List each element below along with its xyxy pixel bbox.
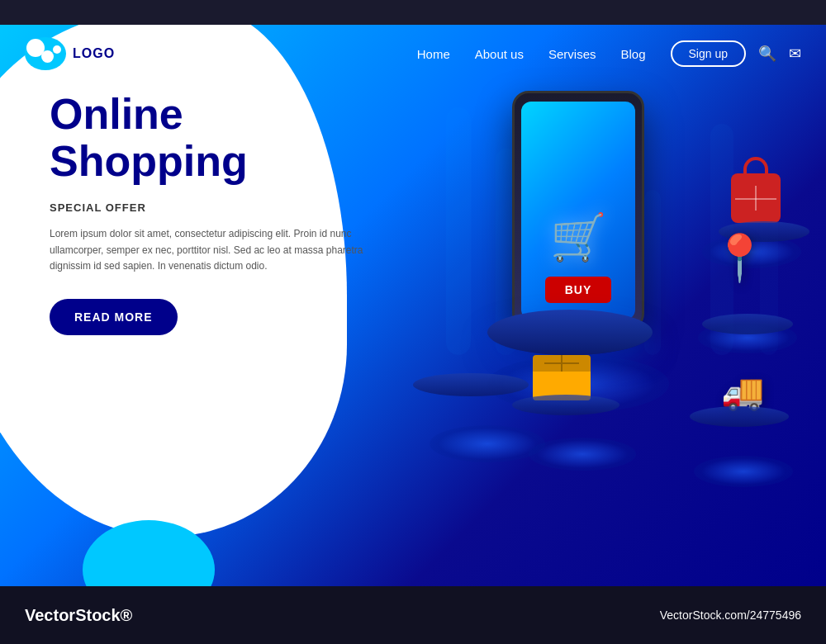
search-icon[interactable]: 🔍 <box>758 45 776 63</box>
logo-area: LOGO <box>25 37 115 70</box>
vectorstock-brand: VectorStock® <box>25 606 132 624</box>
nav-link-services[interactable]: Servises <box>548 47 596 61</box>
logo-circle-medium <box>41 50 54 63</box>
phone-platform-ellipse <box>487 310 653 355</box>
navbar: LOGO Home About us Servises Blog Sign up… <box>0 25 826 83</box>
watermark-left: VectorStock® <box>25 606 132 625</box>
bag-strap-h <box>735 198 776 200</box>
shopping-bag <box>727 157 785 223</box>
bag-body <box>731 173 781 223</box>
watermark-right: VectorStock.com/24775496 <box>660 608 801 622</box>
nav-links: Home About us Servises Blog <box>417 47 646 61</box>
hero-body-text: Lorem ipsum dolor sit amet, consectetur … <box>50 226 363 274</box>
nav-actions: Sign up 🔍 ✉ <box>671 40 801 67</box>
package-box <box>533 355 591 400</box>
phone-screen: 🛒 BUY <box>521 102 635 320</box>
buy-button-screen: BUY <box>545 277 612 303</box>
cart-icon: 🛒 <box>550 211 607 264</box>
disc-card <box>430 425 545 462</box>
signup-button[interactable]: Sign up <box>671 40 746 67</box>
box-tape-v <box>561 355 563 372</box>
bag-handle <box>743 157 768 173</box>
phone: 🛒 BUY <box>512 91 644 330</box>
bottom-bar: VectorStock® VectorStock.com/24775496 <box>0 586 826 644</box>
nav-link-about[interactable]: About us <box>475 47 524 61</box>
special-offer-label: SPECIAL OFFER <box>50 201 363 214</box>
top-bar <box>0 0 826 25</box>
illustration: 🛒 BUY <box>413 74 809 537</box>
nav-link-blog[interactable]: Blog <box>620 47 645 61</box>
mail-icon[interactable]: ✉ <box>789 45 801 63</box>
box-platform <box>512 395 620 415</box>
location-pin: 📍 <box>711 231 768 285</box>
truck-platform <box>690 406 789 427</box>
phone-base <box>487 310 653 355</box>
hero-content: Online Shopping SPECIAL OFFER Lorem ipsu… <box>50 91 363 335</box>
read-more-button[interactable]: READ MORE <box>50 299 178 335</box>
logo-circles <box>26 39 64 69</box>
logo-circle-small <box>53 45 61 54</box>
nav-link-home[interactable]: Home <box>417 47 450 61</box>
logo-text: LOGO <box>73 46 115 61</box>
main-wrapper: LOGO Home About us Servises Blog Sign up… <box>0 25 826 586</box>
pin-platform <box>702 314 793 334</box>
disc-truck <box>694 456 793 487</box>
card-platform <box>413 373 529 396</box>
heading-online: Online <box>50 91 363 138</box>
disc-box <box>529 438 636 471</box>
heading-shopping: Shopping <box>50 138 363 185</box>
phone-outer: 🛒 BUY <box>512 91 644 330</box>
logo-bg <box>25 37 66 70</box>
box-top <box>533 355 591 372</box>
